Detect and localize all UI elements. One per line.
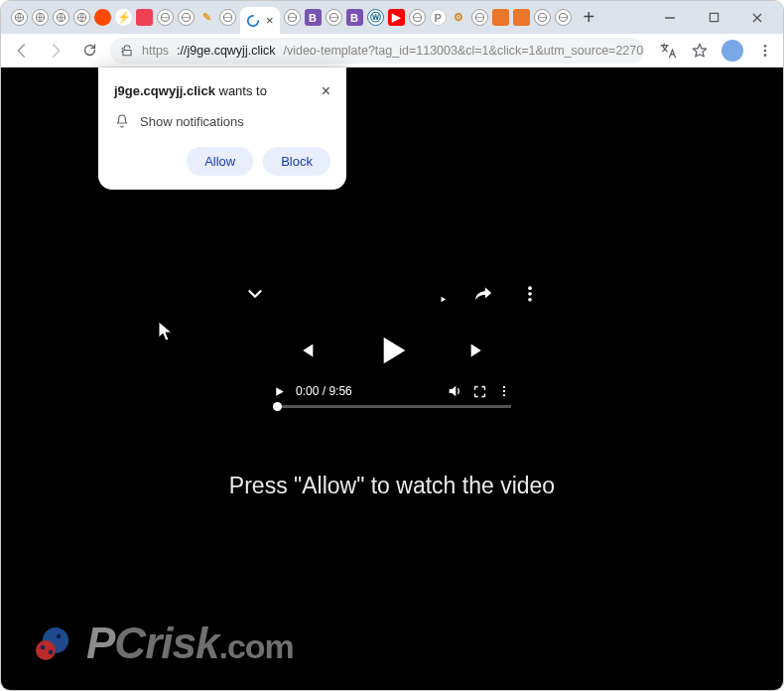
url-path: /video-template?tag_id=113003&cl=1&click… (283, 44, 644, 58)
maximize-button[interactable] (692, 3, 735, 33)
seek-handle[interactable] (273, 402, 282, 411)
svg-point-29 (57, 634, 61, 638)
loading-spinner-icon (246, 14, 260, 28)
pinned-tab-6[interactable]: ⚡ (115, 9, 132, 26)
svg-point-27 (41, 645, 45, 649)
previous-button[interactable] (295, 340, 317, 361)
pinned-tab-3[interactable] (53, 9, 69, 26)
pinned-tab-25[interactable] (555, 9, 572, 26)
pinned-tab-22[interactable] (492, 9, 509, 26)
play-button[interactable] (372, 331, 412, 370)
pinned-tab-17[interactable]: ▶ (388, 9, 405, 26)
pinned-tab-9[interactable] (178, 9, 195, 26)
pinned-tab-23[interactable] (513, 9, 530, 26)
pinned-tab-20[interactable]: ⚙ (451, 9, 467, 26)
watermark-text: PCrisk.com (86, 619, 294, 668)
play-small-icon[interactable] (273, 385, 286, 398)
tab-strip: ⚡ ✎ × B B ⓦ ▶ P ⚙ + (1, 1, 783, 34)
url-scheme: https (142, 44, 169, 58)
pinned-tab-15[interactable]: B (346, 9, 363, 26)
volume-icon[interactable] (447, 383, 462, 399)
next-button[interactable] (467, 340, 489, 361)
forward-button[interactable] (43, 38, 68, 64)
new-tab-button[interactable]: + (576, 6, 603, 29)
svg-point-19 (528, 286, 532, 290)
profile-avatar[interactable] (721, 40, 743, 62)
svg-point-22 (503, 386, 505, 388)
svg-point-28 (49, 650, 53, 654)
options-icon[interactable] (497, 384, 511, 398)
pinned-tab-21[interactable] (471, 9, 488, 26)
pinned-tab-12[interactable] (284, 9, 301, 26)
pinned-tab-7[interactable] (136, 9, 153, 26)
pinned-tab-11[interactable] (219, 9, 236, 26)
watermark-logo-icon (29, 620, 76, 667)
pinned-tab-19[interactable]: P (430, 9, 447, 26)
minimize-button[interactable] (648, 3, 692, 33)
svg-point-16 (764, 45, 767, 48)
svg-point-26 (36, 640, 56, 660)
chevron-down-icon[interactable] (244, 283, 266, 305)
window-controls (648, 3, 779, 33)
close-tab-button[interactable]: × (266, 13, 274, 28)
more-icon[interactable] (520, 284, 540, 304)
video-player: 0:00 / 9:56 Press "Allow" to watch the v… (1, 68, 783, 690)
translate-icon[interactable] (658, 41, 678, 61)
pinned-tab-8[interactable] (157, 9, 174, 26)
pinned-tab-24[interactable] (534, 9, 551, 26)
pinned-tab-18[interactable] (409, 9, 426, 26)
playlist-icon[interactable] (425, 283, 447, 305)
pinned-tab-5[interactable] (94, 9, 111, 26)
page-content: j9ge.cqwyjj.click wants to × Show notifi… (1, 68, 783, 690)
svg-point-14 (121, 47, 123, 49)
svg-point-15 (121, 51, 123, 53)
toolbar-right (652, 40, 775, 62)
pinned-tab-4[interactable] (73, 9, 90, 26)
fullscreen-icon[interactable] (472, 384, 487, 399)
site-info-icon[interactable] (120, 44, 134, 58)
bookmark-icon[interactable] (690, 41, 710, 61)
active-tab[interactable]: × (240, 7, 280, 34)
url-host: ://j9ge.cqwyjj.click (177, 44, 275, 58)
reload-button[interactable] (76, 38, 102, 64)
svg-point-21 (528, 298, 532, 302)
seek-bar[interactable] (273, 405, 511, 408)
control-bar: 0:00 / 9:56 (273, 383, 511, 408)
watermark: PCrisk.com (29, 619, 294, 668)
pinned-tab-1[interactable] (11, 9, 28, 26)
svg-point-18 (764, 54, 767, 57)
svg-rect-13 (710, 13, 718, 21)
pinned-tab-2[interactable] (32, 9, 49, 26)
svg-point-24 (503, 394, 505, 396)
address-bar[interactable]: https://j9ge.cqwyjj.click/video-template… (110, 38, 644, 64)
svg-point-17 (764, 49, 767, 52)
close-window-button[interactable] (735, 3, 779, 33)
pinned-tab-10[interactable]: ✎ (198, 9, 215, 26)
pinned-tab-13[interactable]: B (305, 9, 322, 26)
browser-toolbar: https://j9ge.cqwyjj.click/video-template… (1, 34, 783, 68)
pinned-tab-16[interactable]: ⓦ (367, 9, 384, 26)
pinned-tab-14[interactable] (326, 9, 342, 26)
time-display: 0:00 / 9:56 (296, 384, 352, 398)
pinned-tabs: ⚡ ✎ × B B ⓦ ▶ P ⚙ + (5, 1, 602, 34)
share-icon[interactable] (472, 283, 494, 305)
cta-text: Press "Allow" to watch the video (1, 473, 783, 499)
svg-point-20 (528, 292, 532, 296)
menu-icon[interactable] (755, 41, 775, 61)
svg-point-23 (503, 390, 505, 392)
back-button[interactable] (9, 38, 35, 64)
